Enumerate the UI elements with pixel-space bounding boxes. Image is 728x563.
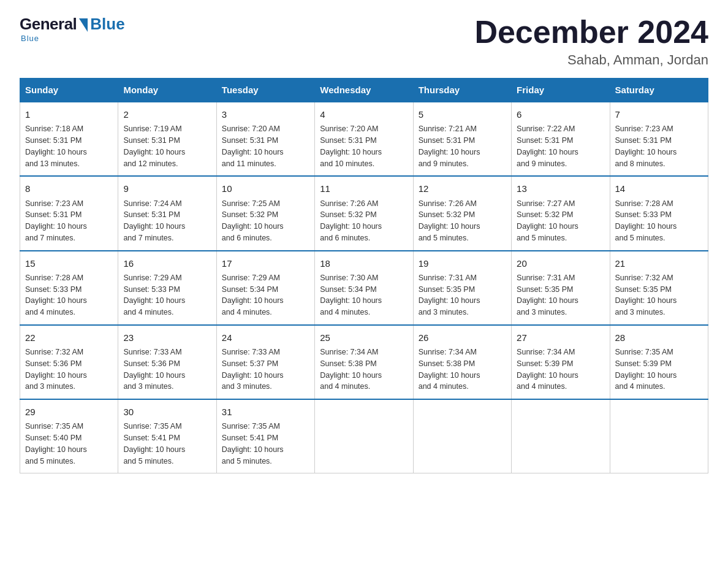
day-number: 23 <box>123 331 211 345</box>
day-number: 21 <box>615 256 703 270</box>
calendar-cell: 5Sunrise: 7:21 AMSunset: 5:31 PMDaylight… <box>413 102 511 176</box>
calendar-cell: 16Sunrise: 7:29 AMSunset: 5:33 PMDayligh… <box>118 251 216 325</box>
day-info: Sunrise: 7:23 AMSunset: 5:31 PMDaylight:… <box>25 198 113 244</box>
day-info: Sunrise: 7:35 AMSunset: 5:41 PMDaylight:… <box>123 421 211 467</box>
day-info: Sunrise: 7:23 AMSunset: 5:31 PMDaylight:… <box>615 123 703 169</box>
calendar-cell: 30Sunrise: 7:35 AMSunset: 5:41 PMDayligh… <box>118 399 216 473</box>
day-number: 30 <box>123 405 211 419</box>
day-number: 6 <box>517 107 604 121</box>
day-info: Sunrise: 7:34 AMSunset: 5:38 PMDaylight:… <box>419 347 506 393</box>
calendar-cell: 8Sunrise: 7:23 AMSunset: 5:31 PMDaylight… <box>20 176 118 250</box>
calendar-cell: 12Sunrise: 7:26 AMSunset: 5:32 PMDayligh… <box>413 176 511 250</box>
calendar-cell: 29Sunrise: 7:35 AMSunset: 5:40 PMDayligh… <box>20 399 118 473</box>
day-info: Sunrise: 7:33 AMSunset: 5:37 PMDaylight:… <box>222 347 309 393</box>
calendar-cell: 26Sunrise: 7:34 AMSunset: 5:38 PMDayligh… <box>413 325 511 399</box>
calendar-subtitle: Sahab, Amman, Jordan <box>474 52 708 68</box>
day-info: Sunrise: 7:20 AMSunset: 5:31 PMDaylight:… <box>320 123 408 169</box>
day-info: Sunrise: 7:29 AMSunset: 5:33 PMDaylight:… <box>123 272 211 318</box>
day-number: 31 <box>222 405 309 419</box>
calendar-cell <box>512 399 610 473</box>
calendar-cell: 3Sunrise: 7:20 AMSunset: 5:31 PMDaylight… <box>216 102 314 176</box>
calendar-cell: 24Sunrise: 7:33 AMSunset: 5:37 PMDayligh… <box>216 325 314 399</box>
calendar-cell: 19Sunrise: 7:31 AMSunset: 5:35 PMDayligh… <box>413 251 511 325</box>
calendar-cell: 9Sunrise: 7:24 AMSunset: 5:31 PMDaylight… <box>118 176 216 250</box>
header-cell-tuesday: Tuesday <box>216 79 314 102</box>
header-cell-monday: Monday <box>118 79 216 102</box>
week-row-4: 22Sunrise: 7:32 AMSunset: 5:36 PMDayligh… <box>20 325 708 399</box>
calendar-cell: 21Sunrise: 7:32 AMSunset: 5:35 PMDayligh… <box>610 251 708 325</box>
day-number: 14 <box>615 182 703 196</box>
logo: General Blue Blue <box>20 15 125 43</box>
calendar-table: SundayMondayTuesdayWednesdayThursdayFrid… <box>20 78 708 473</box>
calendar-cell: 15Sunrise: 7:28 AMSunset: 5:33 PMDayligh… <box>20 251 118 325</box>
calendar-title: December 2024 <box>474 15 708 50</box>
day-info: Sunrise: 7:21 AMSunset: 5:31 PMDaylight:… <box>419 123 506 169</box>
day-number: 5 <box>419 107 506 121</box>
header-cell-thursday: Thursday <box>413 79 511 102</box>
logo-blue-text: Blue <box>90 15 124 34</box>
day-info: Sunrise: 7:29 AMSunset: 5:34 PMDaylight:… <box>222 272 309 318</box>
calendar-cell: 11Sunrise: 7:26 AMSunset: 5:32 PMDayligh… <box>315 176 413 250</box>
calendar-cell: 6Sunrise: 7:22 AMSunset: 5:31 PMDaylight… <box>512 102 610 176</box>
logo-general-text: General <box>20 15 77 34</box>
day-info: Sunrise: 7:24 AMSunset: 5:31 PMDaylight:… <box>123 198 211 244</box>
day-info: Sunrise: 7:22 AMSunset: 5:31 PMDaylight:… <box>517 123 604 169</box>
day-info: Sunrise: 7:27 AMSunset: 5:32 PMDaylight:… <box>517 198 604 244</box>
header-cell-sunday: Sunday <box>20 79 118 102</box>
day-info: Sunrise: 7:19 AMSunset: 5:31 PMDaylight:… <box>123 123 211 169</box>
day-info: Sunrise: 7:35 AMSunset: 5:41 PMDaylight:… <box>222 421 309 467</box>
day-number: 8 <box>25 182 113 196</box>
day-number: 15 <box>25 256 113 270</box>
day-info: Sunrise: 7:28 AMSunset: 5:33 PMDaylight:… <box>25 272 113 318</box>
calendar-cell: 31Sunrise: 7:35 AMSunset: 5:41 PMDayligh… <box>216 399 314 473</box>
header-row: SundayMondayTuesdayWednesdayThursdayFrid… <box>20 79 708 102</box>
day-number: 3 <box>222 107 309 121</box>
day-number: 9 <box>123 182 211 196</box>
day-info: Sunrise: 7:33 AMSunset: 5:36 PMDaylight:… <box>123 347 211 393</box>
calendar-cell <box>413 399 511 473</box>
page-header: General Blue Blue December 2024 Sahab, A… <box>20 15 708 68</box>
day-info: Sunrise: 7:26 AMSunset: 5:32 PMDaylight:… <box>320 198 408 244</box>
title-block: December 2024 Sahab, Amman, Jordan <box>474 15 708 68</box>
week-row-3: 15Sunrise: 7:28 AMSunset: 5:33 PMDayligh… <box>20 251 708 325</box>
day-number: 18 <box>320 256 408 270</box>
calendar-cell: 23Sunrise: 7:33 AMSunset: 5:36 PMDayligh… <box>118 325 216 399</box>
calendar-cell: 27Sunrise: 7:34 AMSunset: 5:39 PMDayligh… <box>512 325 610 399</box>
calendar-cell: 17Sunrise: 7:29 AMSunset: 5:34 PMDayligh… <box>216 251 314 325</box>
day-number: 13 <box>517 182 604 196</box>
day-number: 4 <box>320 107 408 121</box>
day-number: 11 <box>320 182 408 196</box>
calendar-cell: 7Sunrise: 7:23 AMSunset: 5:31 PMDaylight… <box>610 102 708 176</box>
calendar-cell: 14Sunrise: 7:28 AMSunset: 5:33 PMDayligh… <box>610 176 708 250</box>
calendar-cell <box>315 399 413 473</box>
week-row-2: 8Sunrise: 7:23 AMSunset: 5:31 PMDaylight… <box>20 176 708 250</box>
day-number: 17 <box>222 256 309 270</box>
logo-tagline: Blue <box>21 34 39 43</box>
calendar-cell: 1Sunrise: 7:18 AMSunset: 5:31 PMDaylight… <box>20 102 118 176</box>
calendar-cell: 28Sunrise: 7:35 AMSunset: 5:39 PMDayligh… <box>610 325 708 399</box>
day-number: 16 <box>123 256 211 270</box>
header-cell-friday: Friday <box>512 79 610 102</box>
calendar-cell <box>610 399 708 473</box>
day-number: 25 <box>320 331 408 345</box>
day-info: Sunrise: 7:32 AMSunset: 5:36 PMDaylight:… <box>25 347 113 393</box>
day-info: Sunrise: 7:35 AMSunset: 5:39 PMDaylight:… <box>615 347 703 393</box>
day-number: 2 <box>123 107 211 121</box>
week-row-1: 1Sunrise: 7:18 AMSunset: 5:31 PMDaylight… <box>20 102 708 176</box>
day-number: 24 <box>222 331 309 345</box>
calendar-cell: 13Sunrise: 7:27 AMSunset: 5:32 PMDayligh… <box>512 176 610 250</box>
day-info: Sunrise: 7:35 AMSunset: 5:40 PMDaylight:… <box>25 421 113 467</box>
day-number: 29 <box>25 405 113 419</box>
day-info: Sunrise: 7:30 AMSunset: 5:34 PMDaylight:… <box>320 272 408 318</box>
day-number: 20 <box>517 256 604 270</box>
day-info: Sunrise: 7:28 AMSunset: 5:33 PMDaylight:… <box>615 198 703 244</box>
day-info: Sunrise: 7:32 AMSunset: 5:35 PMDaylight:… <box>615 272 703 318</box>
logo-triangle-icon <box>79 18 88 32</box>
header-cell-saturday: Saturday <box>610 79 708 102</box>
day-number: 7 <box>615 107 703 121</box>
header-cell-wednesday: Wednesday <box>315 79 413 102</box>
calendar-cell: 25Sunrise: 7:34 AMSunset: 5:38 PMDayligh… <box>315 325 413 399</box>
day-info: Sunrise: 7:25 AMSunset: 5:32 PMDaylight:… <box>222 198 309 244</box>
day-info: Sunrise: 7:18 AMSunset: 5:31 PMDaylight:… <box>25 123 113 169</box>
calendar-cell: 20Sunrise: 7:31 AMSunset: 5:35 PMDayligh… <box>512 251 610 325</box>
